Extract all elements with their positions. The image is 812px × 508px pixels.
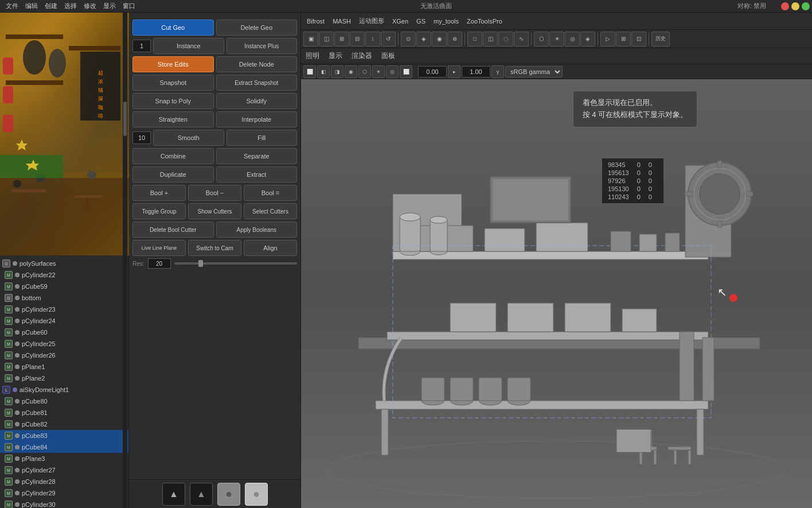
- bool-plus-button[interactable]: Bool +: [132, 185, 186, 201]
- toolbar2-motion[interactable]: 运动图形: [356, 15, 388, 26]
- straighten-button[interactable]: Straighten: [132, 111, 214, 127]
- outliner-item-bottom[interactable]: G bottom: [0, 292, 128, 304]
- delete-node-button[interactable]: Delete Node: [216, 56, 298, 72]
- render-icon-4[interactable]: ◉: [345, 65, 357, 78]
- icon-btn-sym[interactable]: ⊛: [447, 32, 462, 46]
- render-icon-2[interactable]: ◧: [317, 65, 330, 78]
- menu-item-create[interactable]: 创建: [41, 2, 61, 10]
- icon-btn-sel1[interactable]: ▣: [303, 32, 318, 46]
- icon-btn-sel2[interactable]: ◫: [319, 32, 334, 46]
- toolbar2-bifrost[interactable]: Bifrost: [303, 17, 328, 26]
- submenu-lighting[interactable]: 照明: [306, 51, 319, 61]
- outliner-item-pcylinder25[interactable]: M pCylinder25: [0, 338, 128, 350]
- instance-plus-button[interactable]: Instance Plus: [227, 38, 298, 54]
- outliner-item-pcube83[interactable]: M pCube83: [0, 430, 128, 441]
- apply-booleans-button[interactable]: Apply Booleans: [216, 222, 298, 238]
- outliner-item-pcube59[interactable]: M pCube59: [0, 281, 128, 292]
- outliner-item-pcube82[interactable]: M pCube82: [0, 418, 128, 430]
- combine-button[interactable]: Combine: [132, 148, 214, 164]
- toolbar2-mytools[interactable]: my_tools: [430, 17, 462, 26]
- menu-item-display[interactable]: 显示: [100, 2, 119, 10]
- outliner-item-pcube84[interactable]: M pCube84: [0, 441, 128, 453]
- res-slider-thumb[interactable]: [198, 260, 203, 267]
- instance-num-input[interactable]: 1: [132, 40, 151, 52]
- menu-item-edit[interactable]: 编辑: [22, 2, 41, 10]
- maximize-btn[interactable]: [802, 2, 810, 10]
- minimize-btn[interactable]: [791, 2, 799, 10]
- interpolate-button[interactable]: Interpolate: [216, 111, 298, 127]
- toolbar2-zoo[interactable]: ZooToolsPro: [463, 17, 506, 26]
- submenu-panel[interactable]: 面板: [381, 51, 395, 61]
- menu-item-modify[interactable]: 修改: [80, 2, 100, 10]
- scrollbar[interactable]: [123, 255, 127, 508]
- render-icon-5[interactable]: ⬡: [358, 65, 371, 78]
- render-gammaicon[interactable]: γ: [491, 65, 504, 78]
- render-icon-3[interactable]: ◨: [331, 65, 343, 78]
- render-icon-1[interactable]: ⬜: [303, 65, 316, 78]
- delete-geo-button[interactable]: Delete Geo: [216, 20, 298, 36]
- icon-btn-soft[interactable]: ◉: [432, 32, 447, 46]
- outliner-item-pcube60[interactable]: M pCube60: [0, 327, 128, 338]
- show-cutters-button[interactable]: Show Cutters: [188, 203, 241, 219]
- submenu-renderer[interactable]: 渲染器: [352, 51, 372, 61]
- outliner-item-aisky[interactable]: L aiSkyDomeLight1: [0, 384, 128, 395]
- bool-minus-button[interactable]: Bool −: [188, 185, 241, 201]
- outliner-item-pcylinder22[interactable]: M pCylinder22: [0, 269, 128, 281]
- outliner-item-pcube81[interactable]: M pCube81: [0, 407, 128, 418]
- render-icon-6[interactable]: ☀: [372, 65, 385, 78]
- res-slider[interactable]: [174, 262, 297, 265]
- outliner-item-pcube80[interactable]: M pCube80: [0, 395, 128, 407]
- icon-btn-2[interactable]: ▲: [190, 483, 213, 506]
- delete-bool-cutter-button[interactable]: Delete Bool Cutter: [132, 222, 214, 238]
- snapshot-button[interactable]: Snapshot: [132, 75, 214, 91]
- icon-btn-3[interactable]: ●: [217, 483, 240, 506]
- icon-btn-anim1[interactable]: ▷: [600, 32, 615, 46]
- menu-item-select[interactable]: 选择: [61, 2, 80, 10]
- smooth-button[interactable]: Smooth: [153, 130, 224, 146]
- outliner-item-pcylinder23[interactable]: M pCylinder23: [0, 304, 128, 315]
- toolbar2-xgen[interactable]: XGen: [389, 17, 412, 26]
- solidify-button[interactable]: Solidify: [216, 93, 298, 109]
- icon-btn-move[interactable]: ↕: [365, 32, 380, 46]
- extract-snapshot-button[interactable]: Extract Snapshot: [216, 75, 298, 91]
- icon-btn-anim3[interactable]: ⊡: [631, 32, 646, 46]
- snap-to-poly-button[interactable]: Snap to Poly: [132, 93, 214, 109]
- icon-btn-cam[interactable]: ◎: [565, 32, 580, 46]
- icon-btn-sel4[interactable]: ⊟: [350, 32, 365, 46]
- icon-btn-curve[interactable]: ∿: [514, 32, 529, 46]
- live-plane-button[interactable]: Live Line Plane: [132, 240, 186, 256]
- outliner-item-pcylinder30[interactable]: M pCylinder30: [0, 499, 128, 508]
- duplicate-button[interactable]: Duplicate: [132, 166, 214, 183]
- toolbar2-gs[interactable]: GS: [413, 17, 429, 26]
- outliner-item-pcylinder24[interactable]: M pCylinder24: [0, 315, 128, 327]
- submenu-display[interactable]: 显示: [329, 51, 342, 61]
- outliner-item-pplane3[interactable]: M pPlane3: [0, 453, 128, 464]
- render-arrow1[interactable]: ▸: [448, 65, 460, 78]
- select-cutters-button[interactable]: Select Cutters: [244, 203, 297, 219]
- icon-btn-render[interactable]: ⬡: [534, 32, 549, 46]
- render-icon-7[interactable]: ◎: [386, 65, 399, 78]
- icon-btn-light[interactable]: ☀: [549, 32, 564, 46]
- toggle-group-button[interactable]: Toggle Group: [132, 203, 186, 219]
- icon-btn-snap[interactable]: ⊙: [401, 32, 416, 46]
- smooth-num-input[interactable]: [132, 131, 151, 144]
- icon-btn-hist[interactable]: 历史: [651, 32, 670, 46]
- icon-btn-4[interactable]: ●: [245, 483, 268, 506]
- res-input[interactable]: [148, 258, 171, 269]
- outliner-item-polysurfaces[interactable]: G polySurfaces: [0, 258, 128, 269]
- icon-btn-nurbs[interactable]: ◌: [498, 32, 513, 46]
- align-button[interactable]: Align: [244, 240, 297, 256]
- render-value1[interactable]: 0.00: [418, 66, 447, 77]
- outliner-item-pplane2[interactable]: M pPlane2: [0, 373, 128, 384]
- icon-btn-poly[interactable]: □: [467, 32, 482, 46]
- switch-cam-button[interactable]: Switch to Cam: [188, 240, 241, 256]
- outliner-item-pcylinder27[interactable]: M pCylinder27: [0, 464, 128, 476]
- extract-button[interactable]: Extract: [216, 166, 298, 183]
- icon-btn-mesh[interactable]: ◫: [483, 32, 498, 46]
- render-value2[interactable]: 1.00: [462, 66, 490, 77]
- viewport-3d[interactable]: 98345 0 0 195613 0 0 97926 0 0 195130 0 …: [301, 79, 812, 508]
- store-edits-button[interactable]: Store Edits: [132, 56, 214, 72]
- fill-button[interactable]: Fill: [227, 130, 298, 146]
- outliner-item-pplane1[interactable]: M pPlane1: [0, 361, 128, 373]
- icon-btn-rotate[interactable]: ↺: [381, 32, 396, 46]
